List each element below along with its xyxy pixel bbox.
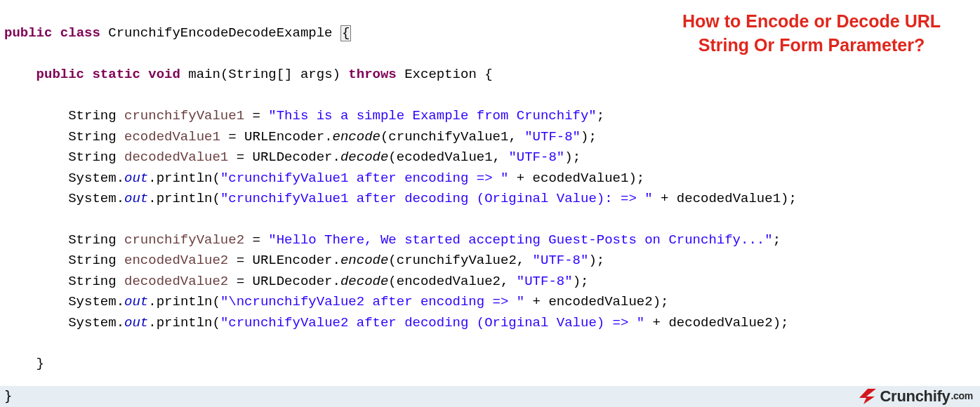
article-title-line1: How to Encode or Decode URL xyxy=(664,10,959,34)
semicolon: ; xyxy=(781,315,788,331)
dot: . xyxy=(333,253,340,268)
brace-open: { xyxy=(484,67,492,82)
op-eq: = xyxy=(244,108,268,124)
cursor-open-brace: { xyxy=(340,25,351,41)
semicolon: ; xyxy=(597,108,604,124)
var-ev1: ecodedValue1 xyxy=(124,129,220,145)
keyword-public: public xyxy=(4,25,52,41)
dot: . xyxy=(148,294,156,309)
paren-open: ( xyxy=(388,253,396,268)
paren-open: ( xyxy=(388,149,396,165)
type-string: String xyxy=(68,232,116,248)
bottom-bar: } Crunchify.com xyxy=(0,386,980,407)
comma: , xyxy=(493,149,509,165)
var-dv1: decodedValue1 xyxy=(124,149,228,165)
string-literal: "crunchifyValue1 after encoding => " xyxy=(220,171,508,186)
paren-close: ) xyxy=(781,191,788,206)
brace-close: } xyxy=(37,356,44,371)
arg-dv2: decodedValue2 xyxy=(668,315,772,331)
method-decode: decode xyxy=(340,149,388,165)
dot: . xyxy=(148,315,156,331)
op-eq: = xyxy=(228,149,252,165)
string-utf8: "UTF-8" xyxy=(524,129,581,145)
crunchify-logo-icon xyxy=(856,389,876,404)
keyword-public: public xyxy=(37,67,84,82)
class-urldecoder: URLDecoder xyxy=(253,274,333,289)
paren-open: ( xyxy=(388,274,396,289)
semicolon: ; xyxy=(597,253,604,268)
class-system: System xyxy=(68,315,116,331)
semicolon: ; xyxy=(573,149,581,165)
dot: . xyxy=(117,294,124,309)
paren-close: ) xyxy=(333,67,340,82)
field-out: out xyxy=(124,191,148,206)
var-ev2: encodedValue2 xyxy=(124,253,228,268)
keyword-static: static xyxy=(92,67,140,82)
op-plus: + xyxy=(508,171,532,186)
field-out: out xyxy=(124,294,148,309)
semicolon: ; xyxy=(773,232,781,248)
class-urldecoder: URLDecoder xyxy=(253,149,333,165)
keyword-class: class xyxy=(60,25,100,41)
var-cv2: crunchifyValue2 xyxy=(124,232,244,248)
paren-close: ) xyxy=(581,129,588,145)
op-eq: = xyxy=(228,274,252,289)
crunchify-logo: Crunchify.com xyxy=(856,385,973,407)
method-decode: decode xyxy=(340,274,388,289)
field-out: out xyxy=(124,171,148,186)
comma: , xyxy=(501,274,517,289)
paren-open: ( xyxy=(213,315,220,331)
method-println: println xyxy=(157,171,213,186)
crunchify-logo-dotcom: .com xyxy=(951,389,973,404)
arg-ev1: ecodedValue1 xyxy=(533,171,629,186)
paren-open: ( xyxy=(380,129,388,145)
dot: . xyxy=(117,191,124,206)
var-dv2: decodedValue2 xyxy=(124,274,228,289)
brace-close: } xyxy=(4,386,12,406)
type-string: String xyxy=(68,108,116,124)
dot: . xyxy=(117,171,124,186)
paren-close: ) xyxy=(653,294,661,309)
paren-close: ) xyxy=(628,171,636,186)
string-literal: "Hello There, We started accepting Guest… xyxy=(268,232,772,248)
dot: . xyxy=(117,315,124,331)
method-println: println xyxy=(157,315,213,331)
paren-open: ( xyxy=(213,294,220,309)
paren-open: ( xyxy=(220,67,228,82)
comma: , xyxy=(517,253,533,268)
paren-close: ) xyxy=(588,253,596,268)
op-eq: = xyxy=(220,129,244,145)
comma: , xyxy=(508,129,524,145)
paren-open: ( xyxy=(213,191,220,206)
var-cv1: crunchifyValue1 xyxy=(124,108,244,124)
class-urlencoder: URLEncoder xyxy=(244,129,324,145)
arg-ev1: ecodedValue1 xyxy=(397,149,493,165)
string-utf8: "UTF-8" xyxy=(533,253,589,268)
svg-marker-0 xyxy=(859,389,876,404)
dot: . xyxy=(324,129,332,145)
article-title: How to Encode or Decode URL String Or Fo… xyxy=(664,10,959,58)
method-main: main xyxy=(188,67,220,82)
op-eq: = xyxy=(228,253,252,268)
semicolon: ; xyxy=(588,129,596,145)
string-utf8: "UTF-8" xyxy=(517,274,573,289)
type-string: String xyxy=(68,129,116,145)
keyword-throws: throws xyxy=(348,67,396,82)
semicolon: ; xyxy=(581,274,588,289)
op-plus: + xyxy=(644,315,668,331)
method-println: println xyxy=(157,294,213,309)
dot: . xyxy=(333,149,340,165)
paren-close: ) xyxy=(573,274,581,289)
semicolon: ; xyxy=(661,294,668,309)
class-system: System xyxy=(68,294,116,309)
type-string: String xyxy=(68,149,116,165)
paren-close: ) xyxy=(564,149,572,165)
crunchify-logo-text: Crunchify xyxy=(880,385,951,407)
keyword-void: void xyxy=(148,67,180,82)
type-string: String xyxy=(68,274,116,289)
dot: . xyxy=(333,274,340,289)
semicolon: ; xyxy=(637,171,644,186)
string-literal: "This is a simple Example from Crunchify… xyxy=(268,108,596,124)
dot: . xyxy=(148,191,156,206)
string-utf8: "UTF-8" xyxy=(508,149,564,165)
